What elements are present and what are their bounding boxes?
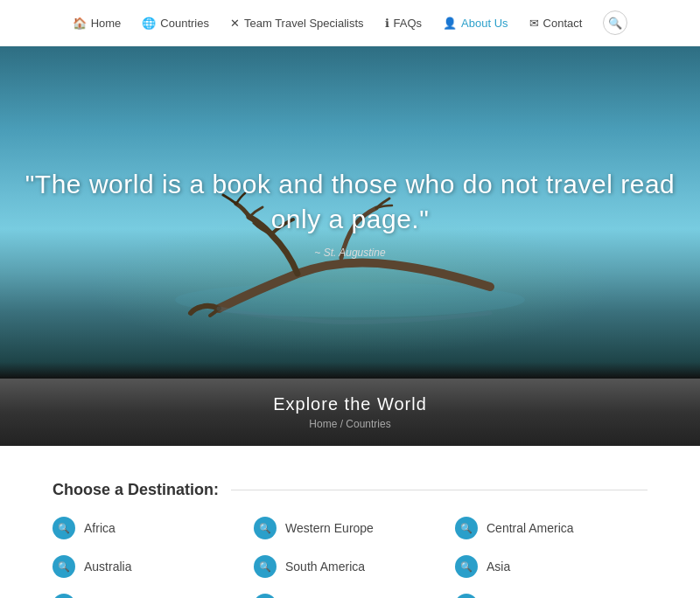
- destinations-heading: Choose a Destination:: [52, 481, 648, 499]
- info-icon: ℹ: [385, 17, 389, 30]
- search-circle-icon: 🔍: [455, 594, 478, 598]
- user-icon: 👤: [443, 17, 457, 30]
- dest-western-europe[interactable]: 🔍 Western Europe: [254, 517, 446, 539]
- search-circle-icon: 🔍: [254, 594, 276, 598]
- close-icon: ✕: [230, 17, 240, 30]
- nav-about-us[interactable]: 👤 About Us: [443, 17, 508, 30]
- search-icon: 🔍: [608, 17, 622, 30]
- dest-asia[interactable]: 🔍 Asia: [455, 555, 648, 578]
- globe-icon: 🌐: [142, 17, 156, 30]
- envelope-icon: ✉: [529, 17, 539, 30]
- nav-countries[interactable]: 🌐 Countries: [142, 17, 209, 30]
- nav-team-travel[interactable]: ✕ Team Travel Specialists: [230, 17, 364, 30]
- breadcrumb: Home / Countries: [18, 418, 682, 430]
- home-icon: 🏠: [73, 17, 87, 30]
- search-circle-icon: 🔍: [52, 594, 75, 598]
- destinations-section: Choose a Destination: 🔍 Africa 🔍 Western…: [0, 446, 700, 598]
- destinations-grid: 🔍 Africa 🔍 Western Europe 🔍 Central Amer…: [52, 517, 648, 598]
- nav-faqs[interactable]: ℹ FAQs: [385, 17, 423, 30]
- dest-antartica[interactable]: 🔍 Antartica: [254, 594, 446, 598]
- search-circle-icon: 🔍: [52, 517, 75, 539]
- search-circle-icon: 🔍: [455, 517, 478, 539]
- page-banner: Explore the World Home / Countries: [0, 379, 700, 446]
- navbar: 🏠 Home 🌐 Countries ✕ Team Travel Special…: [0, 0, 700, 46]
- hero-section: "The world is a book and those who do no…: [0, 46, 700, 379]
- nav-home[interactable]: 🏠 Home: [73, 17, 122, 30]
- dest-north-america[interactable]: 🔍 North America: [52, 594, 245, 598]
- search-circle-icon: 🔍: [52, 555, 75, 578]
- search-circle-icon: 🔍: [455, 555, 478, 578]
- hero-attribution: ~ St. Augustine: [18, 247, 682, 259]
- search-circle-icon: 🔍: [254, 517, 276, 539]
- dest-central-america[interactable]: 🔍 Central America: [455, 517, 648, 539]
- hero-quote-container: "The world is a book and those who do no…: [0, 150, 700, 276]
- search-circle-icon: 🔍: [254, 555, 276, 578]
- dest-south-america[interactable]: 🔍 South America: [254, 555, 446, 578]
- dest-middle-east[interactable]: 🔍 Middle East: [455, 594, 648, 598]
- nav-contact[interactable]: ✉ Contact: [529, 17, 583, 30]
- hero-quote-text: "The world is a book and those who do no…: [18, 167, 682, 238]
- search-button[interactable]: 🔍: [603, 10, 627, 35]
- dest-australia[interactable]: 🔍 Australia: [52, 555, 245, 578]
- banner-title: Explore the World: [18, 394, 682, 414]
- dest-africa[interactable]: 🔍 Africa: [52, 517, 245, 539]
